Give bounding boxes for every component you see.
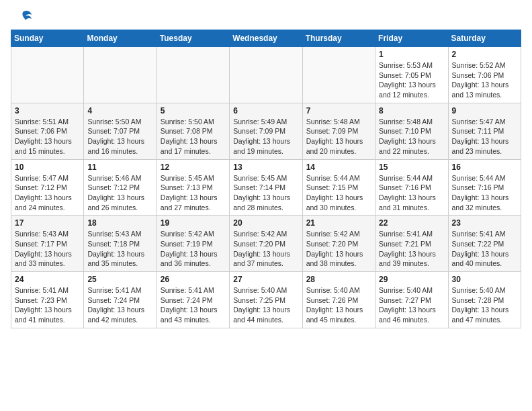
day-number: 20 [233, 218, 298, 228]
day-number: 1 [379, 50, 444, 59]
day-number: 17 [15, 218, 80, 228]
day-info: Sunrise: 5:51 AM Sunset: 7:06 PM Dayligh… [15, 117, 80, 156]
day-number: 19 [161, 218, 226, 228]
calendar-cell: 7Sunrise: 5:48 AM Sunset: 7:09 PM Daylig… [302, 103, 375, 159]
calendar-table: SundayMondayTuesdayWednesdayThursdayFrid… [11, 30, 521, 328]
day-info: Sunrise: 5:43 AM Sunset: 7:18 PM Dayligh… [87, 229, 152, 269]
weekday-header-tuesday: Tuesday [157, 30, 229, 47]
calendar-cell [157, 47, 229, 103]
day-info: Sunrise: 5:50 AM Sunset: 7:08 PM Dayligh… [161, 117, 226, 156]
day-number: 11 [87, 163, 152, 172]
day-info: Sunrise: 5:50 AM Sunset: 7:07 PM Dayligh… [87, 117, 152, 156]
calendar-cell: 14Sunrise: 5:44 AM Sunset: 7:15 PM Dayli… [302, 159, 375, 216]
day-info: Sunrise: 5:45 AM Sunset: 7:14 PM Dayligh… [233, 173, 298, 213]
calendar-cell: 18Sunrise: 5:43 AM Sunset: 7:18 PM Dayli… [84, 216, 157, 272]
day-number: 10 [15, 163, 80, 172]
day-info: Sunrise: 5:46 AM Sunset: 7:12 PM Dayligh… [87, 173, 152, 213]
calendar-cell [230, 47, 302, 103]
day-number: 28 [306, 275, 371, 284]
day-number: 15 [379, 163, 444, 172]
day-info: Sunrise: 5:42 AM Sunset: 7:20 PM Dayligh… [233, 229, 298, 269]
calendar-cell: 29Sunrise: 5:40 AM Sunset: 7:27 PM Dayli… [375, 272, 448, 328]
day-number: 9 [452, 106, 517, 116]
day-number: 3 [15, 106, 80, 116]
day-info: Sunrise: 5:40 AM Sunset: 7:26 PM Dayligh… [306, 285, 371, 325]
day-number: 5 [161, 106, 226, 116]
day-info: Sunrise: 5:48 AM Sunset: 7:09 PM Dayligh… [306, 117, 371, 156]
logo-bird-icon [13, 9, 32, 24]
day-info: Sunrise: 5:53 AM Sunset: 7:05 PM Dayligh… [379, 60, 444, 100]
day-number: 8 [379, 106, 444, 116]
calendar-cell: 1Sunrise: 5:53 AM Sunset: 7:05 PM Daylig… [375, 47, 448, 103]
day-number: 13 [233, 163, 298, 172]
calendar-cell: 22Sunrise: 5:41 AM Sunset: 7:21 PM Dayli… [375, 216, 448, 272]
day-info: Sunrise: 5:47 AM Sunset: 7:12 PM Dayligh… [15, 173, 80, 213]
calendar-cell [302, 47, 375, 103]
day-info: Sunrise: 5:42 AM Sunset: 7:20 PM Dayligh… [306, 229, 371, 269]
day-number: 14 [306, 163, 371, 172]
day-number: 29 [379, 275, 444, 284]
calendar-week-row: 10Sunrise: 5:47 AM Sunset: 7:12 PM Dayli… [11, 159, 521, 216]
day-number: 6 [233, 106, 298, 116]
day-info: Sunrise: 5:41 AM Sunset: 7:21 PM Dayligh… [379, 229, 444, 269]
calendar-cell: 4Sunrise: 5:50 AM Sunset: 7:07 PM Daylig… [84, 103, 157, 159]
calendar-cell: 13Sunrise: 5:45 AM Sunset: 7:14 PM Dayli… [230, 159, 302, 216]
day-info: Sunrise: 5:40 AM Sunset: 7:27 PM Dayligh… [379, 285, 444, 325]
weekday-header-wednesday: Wednesday [230, 30, 302, 47]
day-info: Sunrise: 5:40 AM Sunset: 7:25 PM Dayligh… [233, 285, 298, 325]
calendar-cell [11, 47, 84, 103]
weekday-header-thursday: Thursday [302, 30, 375, 47]
day-number: 4 [87, 106, 152, 116]
weekday-header-sunday: Sunday [11, 30, 84, 47]
day-info: Sunrise: 5:43 AM Sunset: 7:17 PM Dayligh… [15, 229, 80, 269]
calendar-cell [84, 47, 157, 103]
day-number: 2 [452, 50, 517, 59]
calendar-cell: 17Sunrise: 5:43 AM Sunset: 7:17 PM Dayli… [11, 216, 84, 272]
calendar-cell: 16Sunrise: 5:44 AM Sunset: 7:16 PM Dayli… [448, 159, 521, 216]
weekday-header-monday: Monday [84, 30, 157, 47]
logo [11, 11, 32, 24]
calendar-cell: 12Sunrise: 5:45 AM Sunset: 7:13 PM Dayli… [157, 159, 229, 216]
calendar-header-row: SundayMondayTuesdayWednesdayThursdayFrid… [11, 30, 521, 47]
day-info: Sunrise: 5:44 AM Sunset: 7:16 PM Dayligh… [379, 173, 444, 213]
day-info: Sunrise: 5:44 AM Sunset: 7:16 PM Dayligh… [452, 173, 517, 213]
day-info: Sunrise: 5:41 AM Sunset: 7:24 PM Dayligh… [161, 285, 226, 325]
calendar-week-row: 1Sunrise: 5:53 AM Sunset: 7:05 PM Daylig… [11, 47, 521, 103]
day-info: Sunrise: 5:49 AM Sunset: 7:09 PM Dayligh… [233, 117, 298, 156]
day-number: 26 [161, 275, 226, 284]
calendar-cell: 28Sunrise: 5:40 AM Sunset: 7:26 PM Dayli… [302, 272, 375, 328]
day-number: 23 [452, 218, 517, 228]
day-number: 22 [379, 218, 444, 228]
day-info: Sunrise: 5:40 AM Sunset: 7:28 PM Dayligh… [452, 285, 517, 325]
calendar-cell: 25Sunrise: 5:41 AM Sunset: 7:24 PM Dayli… [84, 272, 157, 328]
day-info: Sunrise: 5:44 AM Sunset: 7:15 PM Dayligh… [306, 173, 371, 213]
day-info: Sunrise: 5:48 AM Sunset: 7:10 PM Dayligh… [379, 117, 444, 156]
day-number: 16 [452, 163, 517, 172]
day-number: 18 [87, 218, 152, 228]
day-number: 24 [15, 275, 80, 284]
calendar-cell: 8Sunrise: 5:48 AM Sunset: 7:10 PM Daylig… [375, 103, 448, 159]
day-info: Sunrise: 5:41 AM Sunset: 7:23 PM Dayligh… [15, 285, 80, 325]
day-number: 27 [233, 275, 298, 284]
weekday-header-saturday: Saturday [448, 30, 521, 47]
day-info: Sunrise: 5:47 AM Sunset: 7:11 PM Dayligh… [452, 117, 517, 156]
calendar-cell: 23Sunrise: 5:41 AM Sunset: 7:22 PM Dayli… [448, 216, 521, 272]
calendar-cell: 6Sunrise: 5:49 AM Sunset: 7:09 PM Daylig… [230, 103, 302, 159]
calendar-cell: 30Sunrise: 5:40 AM Sunset: 7:28 PM Dayli… [448, 272, 521, 328]
calendar-cell: 15Sunrise: 5:44 AM Sunset: 7:16 PM Dayli… [375, 159, 448, 216]
calendar-cell: 21Sunrise: 5:42 AM Sunset: 7:20 PM Dayli… [302, 216, 375, 272]
calendar-cell: 24Sunrise: 5:41 AM Sunset: 7:23 PM Dayli… [11, 272, 84, 328]
calendar-cell: 27Sunrise: 5:40 AM Sunset: 7:25 PM Dayli… [230, 272, 302, 328]
calendar-cell: 9Sunrise: 5:47 AM Sunset: 7:11 PM Daylig… [448, 103, 521, 159]
day-number: 21 [306, 218, 371, 228]
day-info: Sunrise: 5:45 AM Sunset: 7:13 PM Dayligh… [161, 173, 226, 213]
calendar-week-row: 24Sunrise: 5:41 AM Sunset: 7:23 PM Dayli… [11, 272, 521, 328]
calendar-cell: 10Sunrise: 5:47 AM Sunset: 7:12 PM Dayli… [11, 159, 84, 216]
page-header [11, 11, 521, 24]
calendar-cell: 3Sunrise: 5:51 AM Sunset: 7:06 PM Daylig… [11, 103, 84, 159]
day-info: Sunrise: 5:41 AM Sunset: 7:24 PM Dayligh… [87, 285, 152, 325]
calendar-cell: 26Sunrise: 5:41 AM Sunset: 7:24 PM Dayli… [157, 272, 229, 328]
day-number: 30 [452, 275, 517, 284]
calendar-cell: 19Sunrise: 5:42 AM Sunset: 7:19 PM Dayli… [157, 216, 229, 272]
calendar-cell: 2Sunrise: 5:52 AM Sunset: 7:06 PM Daylig… [448, 47, 521, 103]
